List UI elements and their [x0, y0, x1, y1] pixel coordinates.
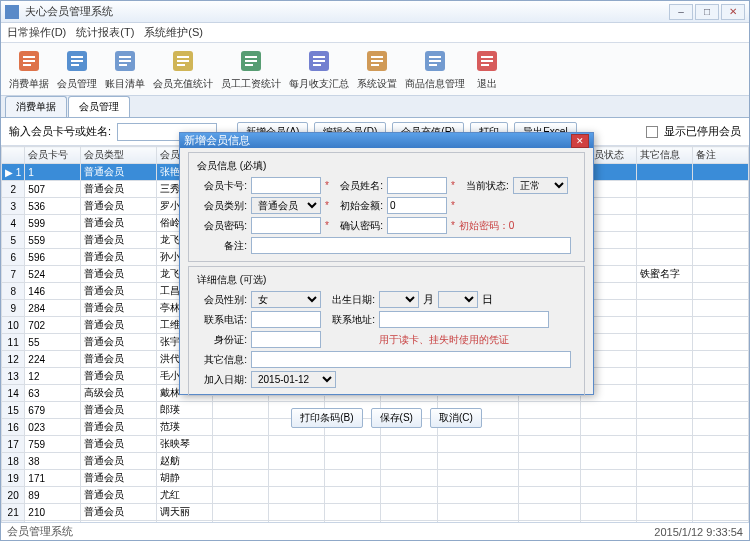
row-num: 8 [2, 283, 25, 300]
initpwd-hint: 初始密码：0 [459, 219, 515, 233]
recharge-icon [169, 47, 197, 75]
toolbar-settings[interactable]: 系统设置 [357, 47, 397, 91]
cell: 普通会员 [81, 334, 156, 351]
table-row[interactable]: 2089普通会员尤红 [2, 487, 749, 504]
showstop-checkbox[interactable] [646, 126, 658, 138]
optional-fieldset: 详细信息 (可选) 会员性别: 女 出生日期: 月 日 联系电话: 联系地址: … [188, 266, 585, 396]
card-input[interactable] [251, 177, 321, 194]
status-left: 会员管理系统 [7, 524, 73, 539]
row-num: 7 [2, 266, 25, 283]
close-button[interactable]: ✕ [721, 4, 745, 20]
pwd2-input[interactable] [387, 217, 447, 234]
cell: 12 [25, 368, 81, 385]
toolbar-monthly[interactable]: 每月收支汇总 [289, 47, 349, 91]
col-header[interactable]: 会员类型 [81, 147, 156, 164]
col-header[interactable]: 会员卡号 [25, 147, 81, 164]
cell [636, 198, 692, 215]
name-input[interactable] [387, 177, 447, 194]
svg-rect-1 [23, 56, 35, 58]
cell [692, 436, 748, 453]
cell [213, 504, 269, 521]
svg-rect-21 [313, 56, 325, 58]
cell [325, 487, 381, 504]
new-member-dialog: 新增会员信息 ✕ 会员信息 (必填) 会员卡号: * 会员姓名: * 当前状态:… [179, 132, 594, 395]
cell [519, 521, 581, 523]
cell [213, 470, 269, 487]
col-header[interactable] [2, 147, 25, 164]
phone-input[interactable] [251, 311, 321, 328]
col-header[interactable]: 备注 [692, 147, 748, 164]
cell: 调天丽 [156, 504, 212, 521]
save-button[interactable]: 保存(S) [371, 408, 422, 428]
menu-daily[interactable]: 日常操作(D) [7, 25, 66, 40]
cell [692, 521, 748, 523]
tab-consume[interactable]: 消费单据 [5, 96, 67, 117]
app-title: 夫心会员管理系统 [25, 4, 669, 19]
cell [269, 487, 325, 504]
menu-sys[interactable]: 系统维护(S) [144, 25, 203, 40]
birth-day-select[interactable] [438, 291, 478, 308]
cell [636, 368, 692, 385]
join-date-select[interactable]: 2015-01-12 [251, 371, 336, 388]
cell: 524 [25, 266, 81, 283]
cell [636, 351, 692, 368]
type-select[interactable]: 普通会员 [251, 197, 321, 214]
cell: 赵舫 [156, 453, 212, 470]
status-select[interactable]: 正常 [513, 177, 568, 194]
toolbar-salary[interactable]: 员工工资统计 [221, 47, 281, 91]
toolbar-exit[interactable]: 退出 [473, 47, 501, 91]
tab-member[interactable]: 会员管理 [68, 96, 130, 117]
cell: 普通会员 [81, 487, 156, 504]
toolbar-account[interactable]: 账目清单 [105, 47, 145, 91]
cell [636, 249, 692, 266]
cell [437, 470, 518, 487]
cell [636, 215, 692, 232]
print-barcode-button[interactable]: 打印条码(B) [291, 408, 362, 428]
menu-report[interactable]: 统计报表(T) [76, 25, 134, 40]
maximize-button[interactable]: □ [695, 4, 719, 20]
row-num: 6 [2, 249, 25, 266]
toolbar-consume[interactable]: 消费单据 [9, 47, 49, 91]
cell: 171 [25, 470, 81, 487]
dialog-close-button[interactable]: ✕ [571, 134, 589, 148]
remark-input[interactable] [251, 237, 571, 254]
toolbar-goods[interactable]: 商品信息管理 [405, 47, 465, 91]
table-row[interactable]: 21210普通会员调天丽 [2, 504, 749, 521]
table-row[interactable]: 1838普通会员赵舫 [2, 453, 749, 470]
account-icon [111, 47, 139, 75]
cancel-button[interactable]: 取消(C) [430, 408, 482, 428]
cell: 599 [25, 215, 81, 232]
cell [325, 470, 381, 487]
addr-input[interactable] [379, 311, 549, 328]
statusbar: 会员管理系统 2015/1/12 9:33:54 [1, 522, 749, 540]
cell [636, 521, 692, 523]
idcard-input[interactable] [251, 331, 321, 348]
toolbar-recharge[interactable]: 会员充值统计 [153, 47, 213, 91]
table-row[interactable]: 19171普通会员胡静 [2, 470, 749, 487]
minimize-button[interactable]: – [669, 4, 693, 20]
cell [692, 402, 748, 419]
svg-rect-2 [23, 60, 35, 62]
row-num: ▶ 1 [2, 164, 25, 181]
other-input[interactable] [251, 351, 571, 368]
row-num: 17 [2, 436, 25, 453]
app-icon [5, 5, 19, 19]
table-row[interactable]: 22130普通会员胡柳琴女2月12日¥0.00013000000000正常 [2, 521, 749, 523]
cell [692, 181, 748, 198]
table-row[interactable]: 17759普通会员张映琴 [2, 436, 749, 453]
toolbar-member[interactable]: 会员管理 [57, 47, 97, 91]
svg-rect-18 [245, 60, 257, 62]
cell [381, 504, 437, 521]
cell [692, 385, 748, 402]
toolbar-label: 系统设置 [357, 77, 397, 91]
name-label: 会员姓名: [333, 179, 383, 193]
pwd-input[interactable] [251, 217, 321, 234]
cell: 普通会员 [81, 351, 156, 368]
birth-month-select[interactable] [379, 291, 419, 308]
cell: 224 [25, 351, 81, 368]
initmoney-input[interactable] [387, 197, 447, 214]
cell [692, 198, 748, 215]
sex-select[interactable]: 女 [251, 291, 321, 308]
cell [636, 232, 692, 249]
col-header[interactable]: 其它信息 [636, 147, 692, 164]
